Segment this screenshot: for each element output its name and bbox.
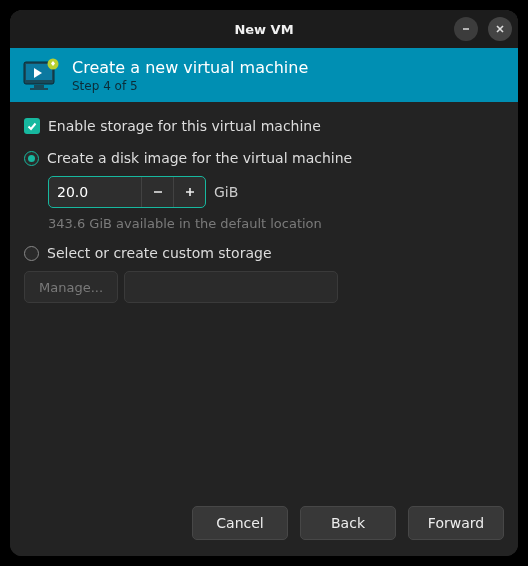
close-icon: [495, 24, 505, 34]
svg-rect-7: [30, 88, 48, 90]
minus-icon: [152, 186, 164, 198]
svg-rect-6: [34, 85, 44, 88]
manage-button[interactable]: Manage...: [24, 271, 118, 303]
titlebar: New VM: [10, 10, 518, 48]
custom-storage-label: Select or create custom storage: [47, 245, 272, 261]
window-title: New VM: [234, 22, 293, 37]
window-controls: [454, 17, 512, 41]
enable-storage-checkbox[interactable]: [24, 118, 40, 134]
close-button[interactable]: [488, 17, 512, 41]
custom-storage-radio[interactable]: [24, 246, 39, 261]
storage-path-field[interactable]: [124, 271, 338, 303]
banner-title: Create a new virtual machine: [72, 58, 308, 77]
vm-monitor-icon: [20, 54, 62, 96]
minimize-button[interactable]: [454, 17, 478, 41]
check-icon: [26, 120, 38, 132]
minimize-icon: [461, 24, 471, 34]
disk-size-spinner: [48, 176, 206, 208]
create-disk-radio[interactable]: [24, 151, 39, 166]
disk-size-unit: GiB: [214, 184, 238, 200]
forward-button[interactable]: Forward: [408, 506, 504, 540]
create-disk-label: Create a disk image for the virtual mach…: [47, 150, 352, 166]
decrement-button[interactable]: [141, 177, 173, 207]
manage-row: Manage...: [24, 271, 504, 303]
disk-size-row: GiB: [48, 176, 504, 208]
main-content: Enable storage for this virtual machine …: [10, 102, 518, 494]
custom-storage-row[interactable]: Select or create custom storage: [24, 245, 504, 261]
enable-storage-row[interactable]: Enable storage for this virtual machine: [24, 118, 504, 134]
back-button[interactable]: Back: [300, 506, 396, 540]
window-frame: New VM Create a new virtual machine: [10, 10, 518, 556]
enable-storage-label: Enable storage for this virtual machine: [48, 118, 321, 134]
increment-button[interactable]: [173, 177, 205, 207]
disk-size-input[interactable]: [49, 177, 141, 207]
banner-text: Create a new virtual machine Step 4 of 5: [72, 58, 308, 93]
create-disk-row[interactable]: Create a disk image for the virtual mach…: [24, 150, 504, 166]
banner-step: Step 4 of 5: [72, 79, 308, 93]
cancel-button[interactable]: Cancel: [192, 506, 288, 540]
footer: Cancel Back Forward: [10, 494, 518, 556]
header-banner: Create a new virtual machine Step 4 of 5: [10, 48, 518, 102]
available-space-hint: 343.6 GiB available in the default locat…: [48, 216, 504, 231]
plus-icon: [184, 186, 196, 198]
radio-dot-icon: [28, 155, 35, 162]
